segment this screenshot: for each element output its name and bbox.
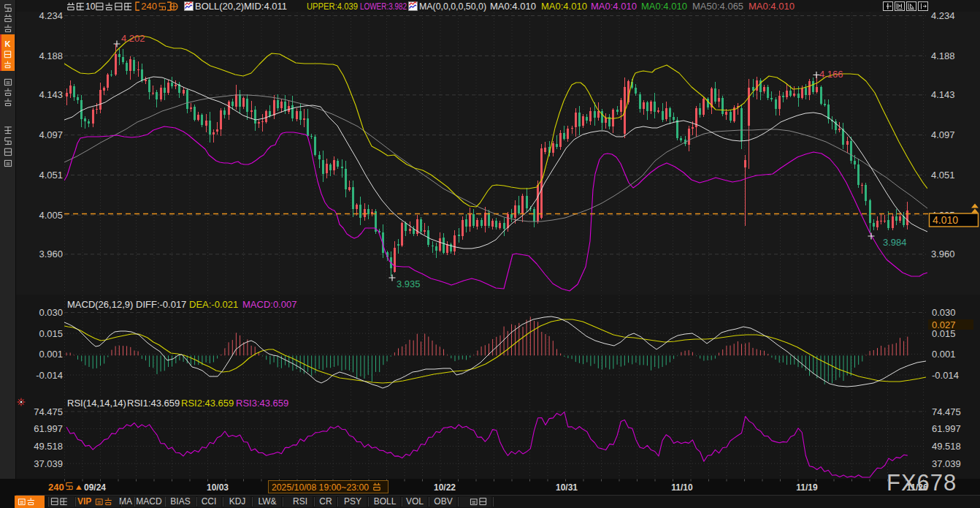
- svg-text:37.039: 37.039: [34, 458, 63, 469]
- svg-text:4.051: 4.051: [39, 170, 63, 181]
- svg-text:BOLL: BOLL: [374, 496, 397, 507]
- svg-text:MID:4.011: MID:4.011: [244, 1, 287, 12]
- svg-text:MA0:4.010: MA0:4.010: [541, 1, 587, 12]
- svg-text:3.960: 3.960: [931, 249, 955, 259]
- svg-text:2025/10/08 19:00~23:00: 2025/10/08 19:00~23:00: [272, 482, 369, 493]
- svg-text:CCI: CCI: [202, 496, 217, 507]
- svg-text:MA0:4.010: MA0:4.010: [591, 1, 637, 12]
- svg-text:0.001: 0.001: [932, 349, 956, 360]
- svg-text:-0.014: -0.014: [932, 370, 959, 381]
- svg-text:RSI(14,14,14): RSI(14,14,14): [67, 398, 126, 409]
- svg-text:MA0:4.010: MA0:4.010: [490, 1, 536, 12]
- svg-text:MA50:4.065: MA50:4.065: [692, 1, 743, 12]
- svg-text:3.935: 3.935: [397, 278, 421, 289]
- svg-text:BOLL(20,2): BOLL(20,2): [195, 1, 244, 12]
- svg-text:4.143: 4.143: [39, 89, 63, 100]
- svg-text:DEA:-0.021: DEA:-0.021: [189, 299, 238, 310]
- svg-text:0.001: 0.001: [39, 349, 63, 360]
- svg-text:49.518: 49.518: [932, 441, 961, 452]
- svg-text:10/22: 10/22: [434, 482, 456, 493]
- svg-text:3.984: 3.984: [883, 237, 907, 248]
- svg-text:4.188: 4.188: [931, 50, 955, 61]
- svg-text:11/10: 11/10: [671, 482, 693, 493]
- svg-text:4.166: 4.166: [819, 69, 843, 80]
- svg-text:VOL: VOL: [406, 496, 424, 507]
- svg-text:LOWER:3.982: LOWER:3.982: [360, 1, 407, 12]
- svg-text:BIAS: BIAS: [170, 496, 190, 507]
- svg-text:74.475: 74.475: [932, 406, 961, 417]
- svg-text:MA0:4.010: MA0:4.010: [749, 1, 795, 12]
- svg-text:FX678: FX678: [887, 470, 957, 496]
- svg-text:-0.014: -0.014: [36, 370, 63, 381]
- svg-text:CR: CR: [319, 496, 332, 507]
- svg-text:UPPER:4.039: UPPER:4.039: [307, 1, 358, 12]
- svg-text:4.143: 4.143: [931, 89, 955, 100]
- svg-text:4.234: 4.234: [931, 10, 955, 21]
- svg-text:4.010: 4.010: [933, 214, 958, 226]
- svg-text:MA(0,0,0,0,50,0): MA(0,0,0,0,50,0): [419, 1, 486, 12]
- svg-text:09/24: 09/24: [84, 482, 106, 493]
- svg-text:PSY: PSY: [344, 496, 361, 507]
- svg-text:VIP: VIP: [77, 496, 91, 507]
- svg-text:3.960: 3.960: [39, 249, 63, 259]
- svg-text:10/03: 10/03: [207, 482, 229, 493]
- svg-text:49.518: 49.518: [34, 441, 63, 452]
- svg-text:RSI: RSI: [293, 496, 307, 507]
- svg-text:MACD(26,12,9): MACD(26,12,9): [67, 299, 133, 310]
- svg-text:RSI1:43.659: RSI1:43.659: [127, 398, 180, 409]
- svg-text:MA0:4.010: MA0:4.010: [641, 1, 687, 12]
- svg-text:MACD: MACD: [136, 496, 162, 507]
- svg-text:K: K: [5, 39, 11, 48]
- svg-text:11/19: 11/19: [796, 482, 818, 493]
- svg-text:4.097: 4.097: [39, 129, 63, 140]
- svg-text:KDJ: KDJ: [229, 496, 246, 507]
- svg-text:MACD:0.007: MACD:0.007: [242, 299, 296, 310]
- svg-text:0.030: 0.030: [39, 307, 63, 318]
- svg-text:0.015: 0.015: [39, 328, 63, 339]
- svg-text:4.051: 4.051: [931, 170, 955, 181]
- svg-text:240: 240: [48, 482, 64, 493]
- svg-text:10: 10: [85, 1, 96, 12]
- svg-text:4.005: 4.005: [39, 210, 63, 221]
- svg-text:61.997: 61.997: [932, 423, 961, 434]
- svg-text:4.202: 4.202: [121, 33, 145, 44]
- svg-text:4.234: 4.234: [39, 10, 63, 21]
- svg-text:61.997: 61.997: [34, 423, 63, 434]
- svg-text:74.475: 74.475: [34, 406, 63, 417]
- svg-text:RSI2:43.659: RSI2:43.659: [181, 398, 234, 409]
- svg-text:240: 240: [141, 1, 157, 12]
- svg-text:4.188: 4.188: [39, 50, 63, 61]
- svg-text:0.027: 0.027: [932, 319, 956, 330]
- svg-text:0.030: 0.030: [932, 307, 956, 318]
- svg-text:MA: MA: [119, 496, 132, 507]
- svg-text:4.097: 4.097: [931, 129, 955, 140]
- svg-text:OBV: OBV: [434, 496, 452, 507]
- svg-text:37.039: 37.039: [932, 458, 961, 469]
- svg-text:DIFF:-0.017: DIFF:-0.017: [136, 299, 186, 310]
- svg-text:10/31: 10/31: [556, 482, 578, 493]
- svg-text:RSI3:43.659: RSI3:43.659: [236, 398, 288, 409]
- svg-text:LW&: LW&: [258, 496, 276, 507]
